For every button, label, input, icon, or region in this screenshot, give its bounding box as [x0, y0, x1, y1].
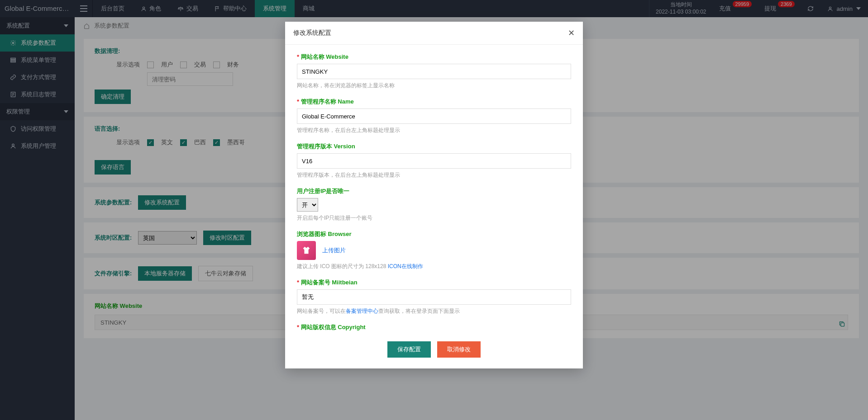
modal-overlay[interactable]: [0, 0, 868, 17]
